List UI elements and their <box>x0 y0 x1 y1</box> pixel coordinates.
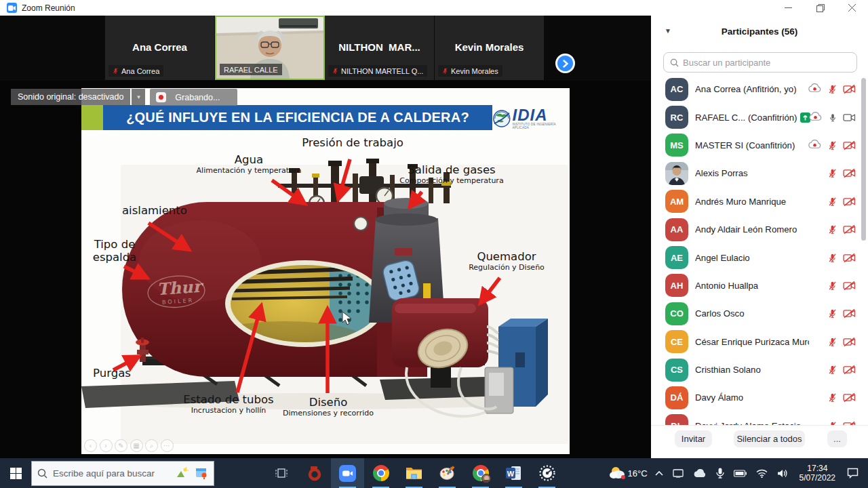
video-tile-nilthon[interactable]: NILTHON MAR... NILTHON MARTELL Q... <box>325 16 435 80</box>
taskbar-paint-icon[interactable] <box>431 458 464 488</box>
invite-button[interactable]: Invitar <box>675 430 712 447</box>
participant-row[interactable]: CSCristhian Solano <box>651 356 868 384</box>
camera-off-icon[interactable] <box>843 197 856 207</box>
mute-all-button[interactable]: Silenciar a todos <box>734 430 805 447</box>
pen-tool-button[interactable]: ✎ <box>115 439 127 452</box>
camera-off-icon[interactable] <box>843 253 856 263</box>
muted-mic-icon[interactable] <box>828 84 837 94</box>
video-tile-kevin[interactable]: Kevin Morales Kevin Morales <box>435 16 545 80</box>
camera-off-icon[interactable] <box>843 168 856 178</box>
participant-name: Ana Correa (Anfitrión, yo) <box>695 84 797 94</box>
wifi-tray-icon[interactable] <box>756 469 768 478</box>
window-title: Zoom Reunión <box>22 3 75 13</box>
grid-view-button[interactable]: ▦ <box>130 439 143 452</box>
muted-mic-icon <box>113 67 119 75</box>
battery-tray-icon[interactable] <box>734 470 747 477</box>
video-tile-rafael[interactable]: RAFAEL CALLE <box>215 16 325 80</box>
panel-scrollbar[interactable] <box>861 78 866 241</box>
participant-name: MASTER SI (Coanfitrión) <box>695 140 795 150</box>
muted-mic-icon[interactable] <box>828 168 837 178</box>
zoom-app-icon <box>7 3 17 13</box>
participant-avatar: AH <box>665 274 688 297</box>
participant-row[interactable]: MSMASTER SI (Coanfitrión) <box>651 131 868 159</box>
participant-name: Antonio Huallpa <box>695 281 758 291</box>
video-tile-ana[interactable]: Ana Correa Ana Correa <box>105 16 215 80</box>
label-estado: Estado de tubosIncrustacion y hollín <box>174 393 283 415</box>
action-center-icon[interactable] <box>847 468 859 479</box>
camera-off-icon[interactable] <box>843 365 856 375</box>
microphone-tray-icon[interactable] <box>716 468 724 479</box>
original-sound-button[interactable]: Sonido original: desactivado <box>11 89 130 105</box>
taskbar-zoom-icon[interactable] <box>331 458 364 488</box>
muted-mic-icon[interactable] <box>828 140 837 150</box>
original-sound-caret[interactable]: ▼ <box>132 89 145 105</box>
more-options-button[interactable]: ... <box>827 430 847 447</box>
participant-row[interactable]: AHAntonio Huallpa <box>651 272 868 300</box>
muted-mic-icon[interactable] <box>828 197 837 207</box>
prev-page-button[interactable]: ‹ <box>84 439 97 452</box>
next-page-button[interactable]: › <box>100 439 113 452</box>
muted-mic-icon[interactable] <box>828 337 837 347</box>
taskbar-explorer-icon[interactable] <box>397 458 431 488</box>
participant-name: Angel Eulacio <box>695 253 750 263</box>
taskbar-word-icon[interactable]: W <box>497 458 530 488</box>
minimize-button[interactable] <box>772 0 804 16</box>
participant-row[interactable]: COCarlos Osco <box>651 300 868 327</box>
taskbar-chrome-profile-icon[interactable] <box>464 458 497 488</box>
camera-icon[interactable] <box>843 113 856 123</box>
weather-tray-icon[interactable] <box>609 466 627 481</box>
participant-row[interactable]: RCRAFAEL C... (Coanfitrión) <box>651 103 868 131</box>
muted-mic-icon[interactable] <box>828 308 837 319</box>
label-salida: Salida de gasesComposición y temperatura <box>397 163 506 185</box>
taskbar-app-red-icon[interactable] <box>298 458 331 488</box>
participant-row[interactable]: AEAngel Eulacio <box>651 243 868 271</box>
camera-off-icon[interactable] <box>843 308 856 319</box>
camera-off-icon[interactable] <box>843 392 856 403</box>
participant-row[interactable]: Alexis Porras <box>651 159 868 187</box>
next-participants-page-button[interactable] <box>555 54 575 73</box>
temperature-label[interactable]: 16°C <box>628 468 648 479</box>
camera-off-icon[interactable] <box>843 140 856 150</box>
participant-name-tag: Kevin Morales <box>451 67 498 75</box>
volume-tray-icon[interactable] <box>777 469 788 478</box>
taskbar-search-input[interactable]: Escribe aquí para buscar <box>31 461 214 486</box>
onedrive-tray-icon[interactable] <box>693 469 707 478</box>
taskbar-chrome-icon[interactable] <box>364 458 397 488</box>
cast-tray-icon[interactable] <box>673 468 684 478</box>
muted-mic-icon[interactable] <box>828 281 837 291</box>
participant-row[interactable]: ACAna Correa (Anfitrión, yo) <box>651 75 868 103</box>
participant-search-input[interactable]: Buscar un participante <box>663 52 857 73</box>
muted-mic-icon[interactable] <box>828 253 837 263</box>
label-purgas: Purgas <box>85 367 139 380</box>
participant-row[interactable]: AMAndrés Muro Manrique <box>651 188 868 216</box>
taskbar-dial-icon[interactable] <box>530 458 564 488</box>
windows-taskbar: Escribe aquí para buscar <box>0 458 868 488</box>
mic-icon[interactable] <box>829 113 837 123</box>
restore-button[interactable] <box>804 0 836 16</box>
muted-mic-icon[interactable] <box>828 224 837 235</box>
camera-off-icon[interactable] <box>843 337 856 347</box>
participant-row[interactable]: DÁDavy Álamo <box>651 384 868 411</box>
more-tools-button[interactable]: ⋯ <box>161 439 174 452</box>
participant-name-tag: NILTHON MARTELL Q... <box>341 67 423 75</box>
participant-name: Andrés Muro Manrique <box>695 197 786 207</box>
camera-off-icon[interactable] <box>843 224 856 235</box>
participant-name: Carlos Osco <box>695 308 745 319</box>
close-button[interactable] <box>836 0 868 16</box>
zoom-tool-button[interactable]: ⌕ <box>145 439 158 452</box>
tray-expand-chevron[interactable] <box>655 470 663 476</box>
recording-cloud-icon <box>808 83 822 96</box>
participant-big-name: NILTHON MAR... <box>325 41 434 53</box>
start-button[interactable] <box>0 458 31 488</box>
participant-row[interactable]: AAAndy Aldair León Romero <box>651 216 868 243</box>
annotation-controls: ‹ › ✎ ▦ ⌕ ⋯ <box>84 439 174 452</box>
camera-off-icon[interactable] <box>843 84 856 94</box>
participant-row[interactable]: CECésar Enrique Purizaca Muro <box>651 328 868 356</box>
muted-mic-icon[interactable] <box>828 365 837 375</box>
camera-off-icon[interactable] <box>843 281 856 291</box>
taskbar-clock[interactable]: 17:34 5/07/2022 <box>800 464 835 483</box>
task-view-button[interactable] <box>264 458 298 488</box>
participant-avatar: CS <box>665 359 688 382</box>
recording-indicator[interactable]: Grabando... <box>150 89 237 106</box>
muted-mic-icon[interactable] <box>828 392 837 403</box>
